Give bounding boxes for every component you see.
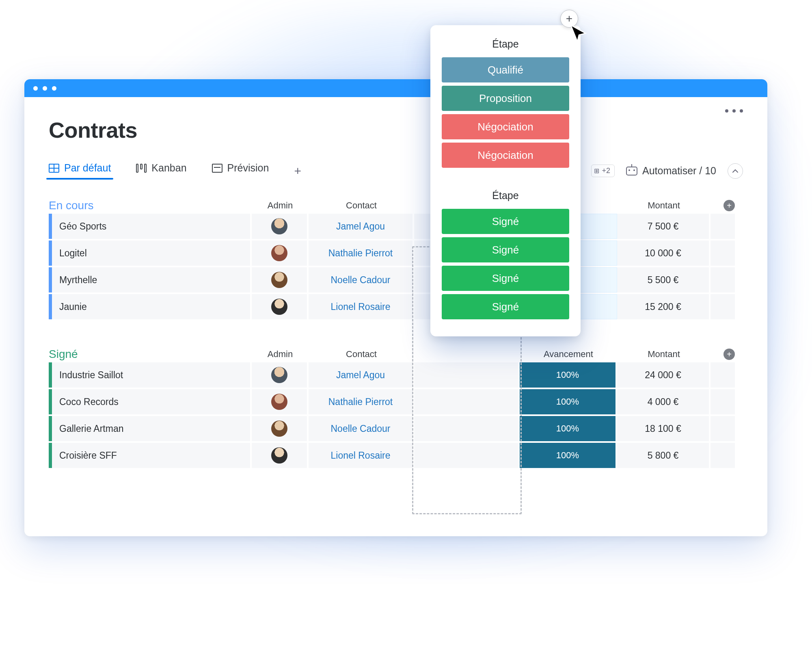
stage-chip-proposition[interactable]: Proposition — [442, 86, 569, 111]
cell-amount[interactable]: 10 000 € — [617, 240, 710, 266]
window-dot — [43, 86, 47, 91]
stage-chip-signed[interactable]: Signé — [442, 237, 569, 262]
page-title: Contrats — [49, 117, 743, 143]
cell-contact[interactable]: Lionel Rosaire — [309, 443, 414, 468]
column-header-admin[interactable]: Admin — [252, 349, 309, 360]
cell-progress[interactable]: 100% — [520, 389, 617, 414]
cell-contact[interactable]: Noelle Cadour — [309, 416, 414, 441]
robot-icon — [626, 167, 637, 176]
group-in-progress: En cours Admin Contact Montant + Géo Spo… — [49, 199, 743, 319]
cell-amount[interactable]: 7 500 € — [617, 214, 710, 239]
cell-contact[interactable]: Jamel Agou — [309, 362, 414, 388]
cell-admin[interactable] — [252, 362, 309, 388]
table-row[interactable]: Jaunie Lionel Rosaire 15 200 € — [49, 294, 743, 319]
column-header-amount[interactable]: Montant — [617, 349, 710, 360]
cell-amount[interactable]: 24 000 € — [617, 362, 710, 388]
add-column-button[interactable]: + — [723, 349, 735, 360]
cell-progress[interactable]: 100% — [520, 416, 617, 441]
cell-admin[interactable] — [252, 294, 309, 319]
table-row[interactable]: Géo Sports Jamel Agou 7 500 € — [49, 214, 743, 239]
more-options-button[interactable] — [725, 109, 743, 113]
stage-popover: Étape Qualifié Proposition Négociation N… — [430, 25, 581, 336]
cell-name[interactable]: Croisière SFF — [49, 443, 252, 468]
column-header-contact[interactable]: Contact — [309, 200, 414, 211]
table-row[interactable]: Industrie Saillot Jamel Agou 100% 24 000… — [49, 362, 743, 388]
window-dot — [33, 86, 38, 91]
automate-button[interactable]: Automatiser / 10 — [626, 165, 716, 177]
tab-forecast-view[interactable]: Prévision — [212, 162, 269, 180]
popover-heading: Étape — [442, 38, 569, 50]
cell-admin[interactable] — [252, 214, 309, 239]
cell-name[interactable]: Géo Sports — [49, 214, 252, 239]
cell-trailing — [710, 214, 735, 239]
tab-kanban-view[interactable]: Kanban — [136, 162, 186, 180]
cell-name[interactable]: Coco Records — [49, 389, 252, 414]
table-row[interactable]: Gallerie Artman Noelle Cadour 100% 18 10… — [49, 416, 743, 441]
cell-amount[interactable]: 5 800 € — [617, 443, 710, 468]
cell-trailing — [710, 240, 735, 266]
avatar — [271, 394, 287, 410]
cell-amount[interactable]: 15 200 € — [617, 294, 710, 319]
group-signed: Signé Admin Contact Avancement Montant +… — [49, 348, 743, 468]
collapse-button[interactable] — [728, 163, 743, 179]
cell-name[interactable]: Jaunie — [49, 294, 252, 319]
chart-icon — [212, 164, 222, 173]
cell-trailing — [710, 267, 735, 292]
avatar — [271, 367, 287, 383]
cell-trailing — [710, 294, 735, 319]
more-filters-pill[interactable]: ⊞ +2 — [591, 165, 615, 177]
column-header-amount[interactable]: Montant — [617, 200, 710, 211]
cell-admin[interactable] — [252, 416, 309, 441]
add-column-button[interactable]: + — [723, 200, 735, 211]
cell-contact[interactable]: Noelle Cadour — [309, 267, 414, 292]
avatar — [271, 218, 287, 234]
table-row[interactable]: Logitel Nathalie Pierrot 10 000 € — [49, 240, 743, 266]
add-view-button[interactable]: + — [294, 165, 301, 177]
group-title[interactable]: Signé — [49, 348, 252, 361]
table-row[interactable]: Coco Records Nathalie Pierrot 100% 4 000… — [49, 389, 743, 414]
cell-admin[interactable] — [252, 240, 309, 266]
cell-name[interactable]: Myrthelle — [49, 267, 252, 292]
stage-chip-qualified[interactable]: Qualifié — [442, 57, 569, 82]
cell-contact[interactable]: Nathalie Pierrot — [309, 240, 414, 266]
cell-amount[interactable]: 5 500 € — [617, 267, 710, 292]
stage-chip-negotiation[interactable]: Négociation — [442, 143, 569, 168]
app-window: Contrats Par défaut Kanban Prévision + ⊞… — [24, 79, 767, 536]
cell-admin[interactable] — [252, 267, 309, 292]
cell-empty[interactable] — [414, 389, 520, 414]
column-header-progress[interactable]: Avancement — [520, 349, 617, 360]
group-title[interactable]: En cours — [49, 199, 252, 212]
cell-trailing — [710, 443, 735, 468]
avatar — [271, 420, 287, 437]
cell-amount[interactable]: 4 000 € — [617, 389, 710, 414]
cell-empty[interactable] — [414, 362, 520, 388]
window-titlebar — [24, 79, 767, 97]
cell-contact[interactable]: Nathalie Pierrot — [309, 389, 414, 414]
cell-admin[interactable] — [252, 389, 309, 414]
column-header-admin[interactable]: Admin — [252, 200, 309, 211]
stage-chip-negotiation[interactable]: Négociation — [442, 114, 569, 139]
table-row[interactable]: Myrthelle Noelle Cadour 5 500 € — [49, 267, 743, 292]
popover-heading: Étape — [442, 190, 569, 202]
stage-chip-signed[interactable]: Signé — [442, 209, 569, 234]
cell-progress[interactable]: 100% — [520, 362, 617, 388]
cell-name[interactable]: Gallerie Artman — [49, 416, 252, 441]
avatar — [271, 299, 287, 315]
pill-label: +2 — [602, 167, 610, 175]
stage-chip-signed[interactable]: Signé — [442, 294, 569, 319]
cell-contact[interactable]: Jamel Agou — [309, 214, 414, 239]
stage-chip-signed[interactable]: Signé — [442, 266, 569, 291]
cell-admin[interactable] — [252, 443, 309, 468]
table-row[interactable]: Croisière SFF Lionel Rosaire 100% 5 800 … — [49, 443, 743, 468]
cursor-icon — [568, 24, 588, 45]
cell-empty[interactable] — [414, 443, 520, 468]
column-header-contact[interactable]: Contact — [309, 349, 414, 360]
cell-empty[interactable] — [414, 416, 520, 441]
cell-progress[interactable]: 100% — [520, 443, 617, 468]
cell-amount[interactable]: 18 100 € — [617, 416, 710, 441]
cell-contact[interactable]: Lionel Rosaire — [309, 294, 414, 319]
cell-name[interactable]: Logitel — [49, 240, 252, 266]
tab-default-view[interactable]: Par défaut — [49, 162, 111, 180]
cell-name[interactable]: Industrie Saillot — [49, 362, 252, 388]
avatar — [271, 272, 287, 288]
